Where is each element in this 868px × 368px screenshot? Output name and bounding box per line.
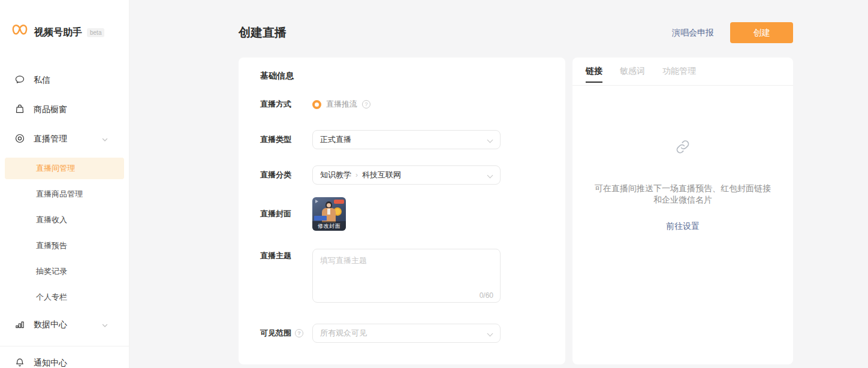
- sidebar-item-data-center[interactable]: 数据中心: [0, 316, 129, 333]
- tab-links[interactable]: 链接: [586, 58, 602, 85]
- category-sub-value: 科技互联网: [362, 170, 401, 180]
- cover-badge: [334, 200, 344, 204]
- live-push-label: 直播推流: [326, 99, 357, 110]
- live-topic-label: 直播主题: [260, 249, 312, 261]
- form-row-live-topic: 直播主题 0/60: [260, 249, 544, 305]
- sidebar-item-label: 通知中心: [34, 358, 67, 368]
- live-cover-label: 直播封面: [260, 209, 312, 219]
- live-category-label: 直播分类: [260, 170, 312, 180]
- brand: 视频号助手 beta: [0, 0, 129, 43]
- live-method-label: 直播方式: [260, 99, 312, 110]
- live-category-select[interactable]: 知识教学 › 科技互联网: [312, 165, 501, 185]
- help-icon[interactable]: ?: [295, 329, 303, 337]
- sidebar-item-label: 商品橱窗: [34, 104, 67, 115]
- live-type-select[interactable]: 正式直播: [312, 130, 501, 149]
- sidebar-item-notification-center[interactable]: 通知中心: [0, 355, 129, 368]
- chevron-right-icon: ›: [355, 171, 358, 179]
- visibility-label: 可见范围: [260, 328, 291, 339]
- concert-application-link[interactable]: 演唱会申报: [672, 28, 714, 38]
- links-tab-content: 可在直播间推送下一场直播预告、红包封面链接和企业微信名片 前往设置: [572, 138, 793, 232]
- chat-icon: [14, 74, 25, 87]
- panel-tabs: 链接 敏感词 功能管理: [572, 58, 793, 86]
- live-tools-card: 链接 敏感词 功能管理 可在直播间推送下一场直播预告、红包封面链接和企业微信名片…: [572, 58, 793, 364]
- sidebar-item-live-income[interactable]: 直播收入: [5, 209, 124, 231]
- chevron-down-icon: [487, 137, 493, 143]
- sidebar-divider: [0, 346, 129, 346]
- tab-sensitive-words[interactable]: 敏感词: [620, 58, 645, 85]
- live-type-label: 直播类型: [260, 134, 312, 145]
- radio-selected-icon[interactable]: [312, 100, 321, 109]
- sidebar-item-personal-column[interactable]: 个人专栏: [5, 286, 124, 308]
- live-topic-input[interactable]: [312, 249, 501, 303]
- form-row-visibility: 可见范围 ? 所有观众可见: [260, 324, 544, 343]
- channels-logo-icon: [10, 22, 29, 43]
- main-area: 创建直播 演唱会申报 创建 基础信息 直播方式 直播推流 ?: [129, 0, 868, 368]
- help-icon[interactable]: ?: [362, 100, 370, 108]
- header-actions: 演唱会申报 创建: [672, 22, 793, 43]
- sidebar-item-label: 私信: [34, 75, 50, 86]
- visibility-value: 所有观众可见: [320, 328, 367, 339]
- sidebar-nav: 私信 商品橱窗 直播管理 直播间管理 直播商品: [0, 72, 129, 368]
- chevron-down-icon: [487, 331, 493, 337]
- record-icon: [14, 133, 25, 146]
- live-push-radio[interactable]: 直播推流 ?: [312, 99, 370, 110]
- sidebar: 视频号助手 beta 私信 商品橱窗: [0, 0, 129, 368]
- chevron-down-icon: [487, 173, 493, 179]
- char-counter: 0/60: [480, 291, 493, 300]
- tab-feature-management[interactable]: 功能管理: [662, 58, 696, 85]
- sidebar-item-product-showcase[interactable]: 商品橱窗: [0, 101, 129, 118]
- page-title: 创建直播: [239, 25, 287, 41]
- page-header: 创建直播 演唱会申报 创建: [239, 0, 793, 58]
- edit-cover-button[interactable]: 修改封面: [312, 221, 346, 231]
- live-type-value: 正式直播: [320, 134, 351, 145]
- form-row-live-type: 直播类型 正式直播: [260, 130, 544, 149]
- link-icon: [572, 138, 793, 158]
- links-description: 可在直播间推送下一场直播预告、红包封面链接和企业微信名片: [593, 183, 773, 206]
- sidebar-item-live-product-management[interactable]: 直播商品管理: [5, 183, 124, 205]
- bag-icon: [14, 104, 25, 116]
- brand-name: 视频号助手: [34, 26, 82, 39]
- cover-person-face: [327, 203, 331, 207]
- sidebar-item-live-preview[interactable]: 直播预告: [5, 235, 124, 257]
- chevron-down-icon: [101, 321, 108, 331]
- form-row-live-category: 直播分类 知识教学 › 科技互联网: [260, 165, 544, 185]
- form-row-live-cover: 直播封面 修改封面: [260, 197, 544, 231]
- sidebar-item-private-message[interactable]: 私信: [0, 72, 129, 89]
- bell-icon: [14, 357, 25, 368]
- live-management-submenu: 直播间管理 直播商品管理 直播收入 直播预告 抽奖记录 个人专栏: [0, 158, 129, 308]
- chevron-down-icon: [101, 135, 108, 145]
- chart-icon: [14, 319, 25, 331]
- section-title: 基础信息: [260, 71, 565, 82]
- sidebar-item-label: 直播管理: [34, 134, 67, 144]
- category-main-value: 知识教学: [320, 170, 351, 180]
- create-button[interactable]: 创建: [730, 22, 793, 43]
- sidebar-item-label: 数据中心: [34, 319, 67, 330]
- cover-image[interactable]: 修改封面: [312, 197, 346, 231]
- beta-badge: beta: [87, 28, 104, 37]
- cover-caption-box: [314, 216, 327, 221]
- sidebar-item-live-room-management[interactable]: 直播间管理: [5, 158, 124, 179]
- visibility-select[interactable]: 所有观众可见: [312, 324, 501, 343]
- sidebar-item-live-management[interactable]: 直播管理: [0, 131, 129, 147]
- sidebar-item-lottery-records[interactable]: 抽奖记录: [5, 261, 124, 282]
- cover-person-shirt: [327, 209, 330, 215]
- form-row-live-method: 直播方式 直播推流 ?: [260, 99, 544, 110]
- go-to-settings-link[interactable]: 前往设置: [666, 221, 700, 232]
- play-icon: [315, 200, 318, 203]
- basic-info-card: 基础信息 直播方式 直播推流 ? 直播类型 正式直播: [239, 58, 565, 364]
